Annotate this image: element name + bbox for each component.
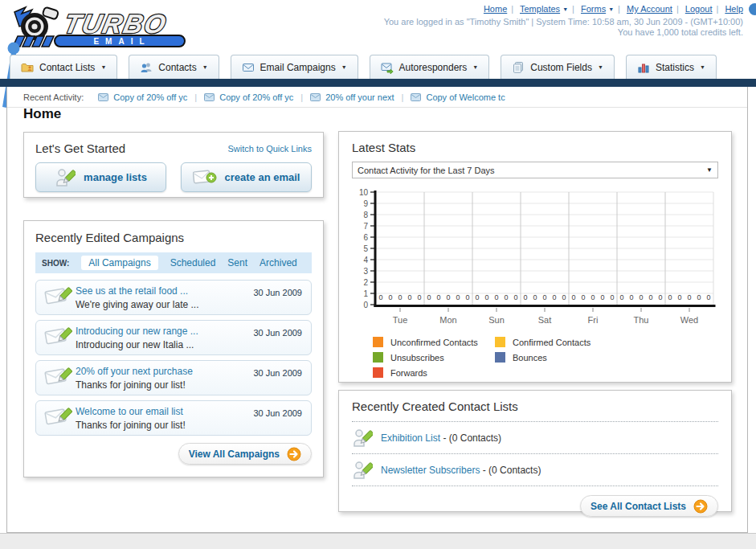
envelope-icon xyxy=(204,93,215,101)
svg-text:0: 0 xyxy=(513,293,517,301)
svg-text:0: 0 xyxy=(504,293,508,301)
tab-sent[interactable]: Sent xyxy=(227,257,247,268)
email-plus-icon xyxy=(193,169,217,186)
campaign-date: 30 Jun 2009 xyxy=(253,284,304,297)
statistics-icon xyxy=(637,61,650,74)
svg-text:0: 0 xyxy=(590,293,595,301)
nav-tab-contact-lists[interactable]: Contact Lists ▼ xyxy=(10,55,117,79)
stats-chart: 01234567891000000Tue00000Mon00000Sun0000… xyxy=(352,182,718,337)
tab-scheduled[interactable]: Scheduled xyxy=(170,257,216,268)
nav-tab-email-campaigns[interactable]: Email Campaigns ▼ xyxy=(231,55,358,79)
top-link-forms[interactable]: Forms xyxy=(581,4,606,14)
svg-text:0: 0 xyxy=(363,301,368,309)
svg-text:0: 0 xyxy=(417,293,421,301)
contact-list-link[interactable]: Newsletter Subscribers xyxy=(381,465,480,476)
top-nav: Home| Templates▼| Forms▼| My Account| Lo… xyxy=(484,4,743,14)
top-link-home[interactable]: Home xyxy=(484,4,507,14)
campaign-link[interactable]: See us at the retail food ... xyxy=(76,285,253,297)
svg-text:0: 0 xyxy=(378,293,382,301)
nav-tab-autoresponders[interactable]: Autoresponders ▼ xyxy=(370,55,490,79)
contact-lists-title: Recently Created Contact Lists xyxy=(352,399,518,413)
email-edit-icon xyxy=(43,284,72,308)
contact-lists-icon xyxy=(21,61,34,74)
view-all-campaigns-button[interactable]: View All Campaigns xyxy=(178,443,312,465)
nav-tab-custom-fields[interactable]: Custom Fields ▼ xyxy=(501,55,615,79)
contact-list-link[interactable]: Exhibition List xyxy=(381,432,440,444)
latest-stats-panel: Latest Stats Contact Activity for the La… xyxy=(338,131,732,383)
legend-swatch-icon xyxy=(373,352,383,363)
legend-swatch-icon xyxy=(373,337,383,347)
recent-activity-link[interactable]: Copy of 20% off yc xyxy=(219,92,293,102)
svg-text:Sat: Sat xyxy=(538,315,552,325)
view-all-campaigns-label: View All Campaigns xyxy=(189,449,280,460)
stats-period-value: Contact Activity for the Last 7 Days xyxy=(358,166,495,175)
svg-text:0: 0 xyxy=(533,293,537,301)
get-started-panel: Let's Get Started Switch to Quick Links … xyxy=(23,132,324,198)
turboemail-logo: EMAIL TURBO xyxy=(10,2,190,51)
nav-tab-label: Custom Fields xyxy=(530,62,592,73)
nav-tab-contacts[interactable]: Contacts ▼ xyxy=(129,55,219,79)
legend-item: Unsubscribes xyxy=(373,352,495,363)
stats-period-dropdown[interactable]: Contact Activity for the Last 7 Days ▼ xyxy=(352,162,718,178)
top-link-logout[interactable]: Logout xyxy=(685,4,713,14)
campaign-date: 30 Jun 2009 xyxy=(253,404,304,418)
divider: | xyxy=(402,92,404,102)
recent-activity-link[interactable]: 20% off your next xyxy=(325,92,394,102)
top-link-help[interactable]: Help xyxy=(725,4,743,14)
svg-text:0: 0 xyxy=(610,293,614,301)
legend-label: Forwards xyxy=(390,368,427,378)
divider: | xyxy=(618,4,620,14)
see-all-contact-lists-button[interactable]: See All Contact Lists xyxy=(580,495,718,517)
legend-label: Unsubscribes xyxy=(390,353,444,363)
create-email-button[interactable]: create an email xyxy=(181,162,312,192)
divider: | xyxy=(676,4,679,14)
svg-text:Thu: Thu xyxy=(634,315,649,325)
legend-label: Unconfirmed Contacts xyxy=(390,338,478,347)
top-link-my-account[interactable]: My Account xyxy=(627,4,672,14)
campaign-link[interactable]: Introducing our new range ... xyxy=(76,326,253,337)
divider: | xyxy=(572,4,574,14)
svg-text:0: 0 xyxy=(446,293,450,301)
campaign-link[interactable]: Welcome to our email list xyxy=(76,406,253,417)
legend-swatch-icon xyxy=(495,337,505,347)
footer-strip xyxy=(0,533,756,549)
svg-text:Tue: Tue xyxy=(393,315,408,325)
recent-activity-link[interactable]: Copy of 20% off yc xyxy=(113,92,187,102)
recent-activity-label: Recent Activity: xyxy=(23,92,84,102)
contact-list-count: - (0 Contacts) xyxy=(443,432,501,444)
svg-text:Fri: Fri xyxy=(588,315,599,325)
tab-archived[interactable]: Archived xyxy=(259,257,297,268)
person-pencil-icon xyxy=(352,428,373,449)
svg-text:1: 1 xyxy=(363,289,368,298)
arrow-right-icon xyxy=(287,447,301,461)
top-link-templates[interactable]: Templates xyxy=(520,4,560,14)
legend-item: Bounces xyxy=(495,352,617,363)
switch-quick-links[interactable]: Switch to Quick Links xyxy=(227,144,312,154)
legend-item: Forwards xyxy=(373,367,495,378)
svg-text:0: 0 xyxy=(523,293,527,301)
svg-text:0: 0 xyxy=(668,293,672,301)
chevron-down-icon: ▼ xyxy=(706,166,713,174)
manage-lists-button[interactable]: manage lists xyxy=(35,162,166,192)
envelope-icon xyxy=(98,93,108,101)
email-edit-icon xyxy=(43,324,72,348)
chevron-down-icon: ▼ xyxy=(341,64,347,70)
campaigns-panel: Recently Edited Campaigns SHOW: All Camp… xyxy=(23,220,324,477)
tab-all-campaigns[interactable]: All Campaigns xyxy=(81,256,157,270)
nav-tab-statistics[interactable]: Statistics ▼ xyxy=(626,55,717,79)
help-bubble-icon[interactable] xyxy=(749,3,756,15)
campaign-subject: Thanks for joining our list! xyxy=(76,379,186,391)
svg-text:0: 0 xyxy=(697,293,701,301)
chevron-down-icon: ▼ xyxy=(562,6,568,12)
svg-text:0: 0 xyxy=(677,293,681,301)
main-content: Recent Activity: Copy of 20% off yc | Co… xyxy=(6,87,748,533)
campaign-row: 20% off your next purchase Thanks for jo… xyxy=(35,360,312,395)
campaign-link[interactable]: 20% off your next purchase xyxy=(76,366,253,377)
create-email-label: create an email xyxy=(225,171,300,183)
campaign-row: Welcome to our email list Thanks for joi… xyxy=(35,400,312,436)
recent-activity-link[interactable]: Copy of Welcome tc xyxy=(426,92,505,102)
svg-text:0: 0 xyxy=(388,293,392,301)
nav-tab-label: Contact Lists xyxy=(39,62,95,73)
svg-text:0: 0 xyxy=(456,293,460,301)
svg-text:0: 0 xyxy=(562,293,566,301)
